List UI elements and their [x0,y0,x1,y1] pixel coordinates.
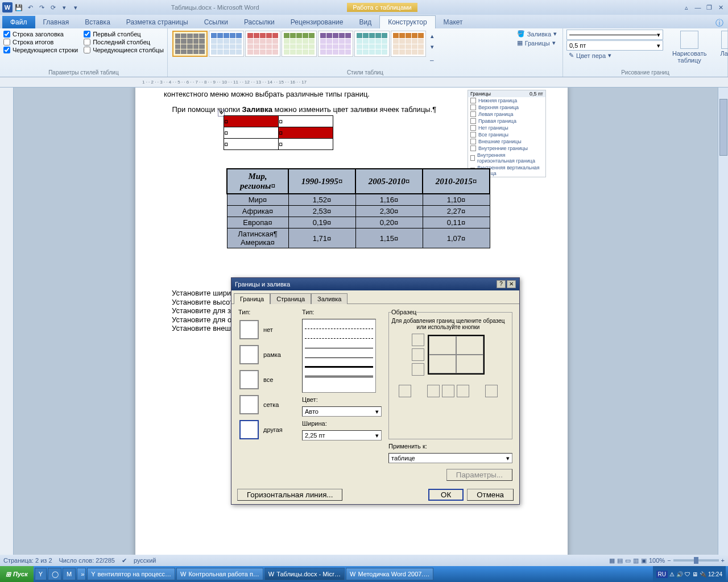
qat-customize-icon[interactable]: ▾ [71,2,81,13]
tray-icon[interactable]: 🔌 [700,571,706,577]
refresh-icon[interactable]: ⟳ [48,2,58,13]
preview-bottom-btn[interactable] [412,363,424,376]
tab-mailings[interactable]: Рассылки [236,16,283,28]
zoom-slider[interactable] [673,559,719,562]
status-words[interactable]: Число слов: 22/285 [59,557,115,564]
close-icon[interactable]: ✕ [715,2,726,13]
color-combo[interactable]: Авто▾ [302,406,382,417]
minimize-icon[interactable]: — [693,2,703,13]
style-thumb[interactable] [172,31,208,57]
view-read-icon[interactable]: ▤ [617,557,623,564]
chk-last-col[interactable]: Последний столбец [84,39,164,45]
view-web-icon[interactable]: ▭ [625,557,631,564]
pen-color-button[interactable]: ✎Цвет пера ▾ [566,51,663,60]
tab-references[interactable]: Ссылки [196,16,236,28]
preview-diag1-btn[interactable] [399,385,411,397]
chk-total-row[interactable]: Строка итогов [3,39,78,45]
gallery-up-icon[interactable]: ▴ [427,31,437,41]
tab-review[interactable]: Рецензирование [283,16,351,28]
cancel-button[interactable]: Отмена [467,489,514,501]
gallery-more-icon[interactable]: ⎯ [427,52,437,63]
tab-insert[interactable]: Вставка [77,16,118,28]
taskbar-item[interactable]: WМетодичка Word 2007.… [346,568,433,580]
ruler-horizontal[interactable]: 1 · · 2 · · 3 · · 4 · · 5 · · 6 · · 7 · … [0,77,728,88]
scroll-thumb[interactable] [719,99,727,156]
tab-view[interactable]: Вид [351,16,379,28]
chk-header-row[interactable]: Строка заголовка [3,31,78,38]
preview-right-btn[interactable] [457,385,469,397]
chk-first-col[interactable]: Первый столбец [84,31,164,38]
data-table[interactable]: Мир, регионы¤ 1990-1995¤ 2005-2010¤ 2010… [226,168,490,248]
quick-launch[interactable]: Y [35,568,47,580]
dialog-tab-page[interactable]: Страница [270,293,311,304]
preview-top-btn[interactable] [412,334,424,346]
type-box[interactable]: рамка [238,344,295,365]
status-page[interactable]: Страница: 2 из 2 [3,557,52,564]
preview-left-btn[interactable] [427,385,440,397]
view-outline-icon[interactable]: ▥ [633,557,639,564]
line-width-combo[interactable]: 0,5 пт▾ [566,40,663,51]
tray-icon[interactable]: 🖥 [692,571,698,577]
print-preview-icon[interactable]: ▾ [59,2,69,13]
line-style-list[interactable] [302,319,376,393]
clock[interactable]: 12:24 [708,571,722,577]
start-button[interactable]: ⊞Пуск [0,566,34,582]
tray-icon[interactable]: ⚠ [669,571,675,577]
dialog-tab-border[interactable]: Граница [234,293,270,304]
zoom-in-icon[interactable]: + [721,557,725,564]
status-language[interactable]: русский [134,557,156,564]
view-print-icon[interactable]: ▦ [609,557,615,564]
zoom-out-icon[interactable]: − [667,557,671,564]
quick-launch-more[interactable]: » [77,568,86,580]
taskbar-item[interactable]: WКонтрольная работа п… [176,568,263,580]
taskbar-item[interactable]: Yвентилятор на процесс… [87,568,175,580]
tray-icon[interactable]: 🔊 [676,571,683,577]
style-thumb[interactable] [391,31,426,57]
redo-icon[interactable]: ↷ [36,2,47,13]
tab-layout[interactable]: Разметка страницы [118,16,196,28]
tray-icon[interactable]: 🛡 [685,571,690,577]
draw-table-button[interactable]: Нарисовать таблицу [668,30,711,65]
eraser-button[interactable]: Ластик [715,30,728,65]
style-thumb[interactable] [245,31,280,57]
quick-launch[interactable]: ◯ [48,568,61,580]
line-style-combo[interactable]: ▾ [566,30,663,40]
dialog-tab-shading[interactable]: Заливка [311,293,348,304]
type-custom[interactable]: другая [238,419,295,440]
shading-button[interactable]: 🪣Заливка ▾ [515,30,559,38]
tab-table-layout[interactable]: Макет [436,16,471,28]
quick-launch[interactable]: M [63,568,76,580]
preview-hmid-btn[interactable] [412,348,424,361]
file-tab[interactable]: Файл [2,16,35,28]
minimize-ribbon-icon[interactable]: ▵ [681,2,692,13]
chk-banded-cols[interactable]: Чередующиеся столбцы [84,47,164,53]
ruler-vertical[interactable] [0,88,14,555]
preview-diag2-btn[interactable] [485,385,498,397]
ok-button[interactable]: ОК [428,489,464,501]
type-none[interactable]: нет [238,319,295,340]
borders-button[interactable]: ▦Границы ▾ [515,39,559,47]
help-icon[interactable]: ⓘ [715,18,728,28]
gallery-down-icon[interactable]: ▾ [427,41,437,52]
width-combo[interactable]: 2,25 пт▾ [302,430,382,440]
dialog-titlebar[interactable]: Границы и заливка ?✕ [231,278,519,290]
preview-grid[interactable] [428,335,485,375]
horizontal-line-button[interactable]: Горизонтальная линия... [237,489,342,501]
view-draft-icon[interactable]: ▣ [641,557,647,564]
vertical-scrollbar[interactable] [718,88,728,555]
style-thumb[interactable] [209,31,244,57]
taskbar-item-active[interactable]: WТаблицы.docx - Micr… [264,568,345,580]
tab-home[interactable]: Главная [35,16,77,28]
lang-indicator[interactable]: RU [656,571,668,578]
word-app-icon[interactable]: W [2,2,13,13]
save-icon[interactable]: 💾 [14,2,24,13]
style-thumb[interactable] [318,31,353,57]
dialog-help-icon[interactable]: ? [497,280,506,288]
type-grid[interactable]: сетка [238,394,295,415]
chk-banded-rows[interactable]: Чередующиеся строки [3,47,78,53]
restore-icon[interactable]: ❐ [704,2,714,13]
dialog-close-icon[interactable]: ✕ [507,280,516,288]
small-demo-table[interactable]: ¤¤ ¤¤ ¤¤ [224,115,333,150]
type-all[interactable]: все [238,369,295,390]
undo-icon[interactable]: ↶ [25,2,35,13]
